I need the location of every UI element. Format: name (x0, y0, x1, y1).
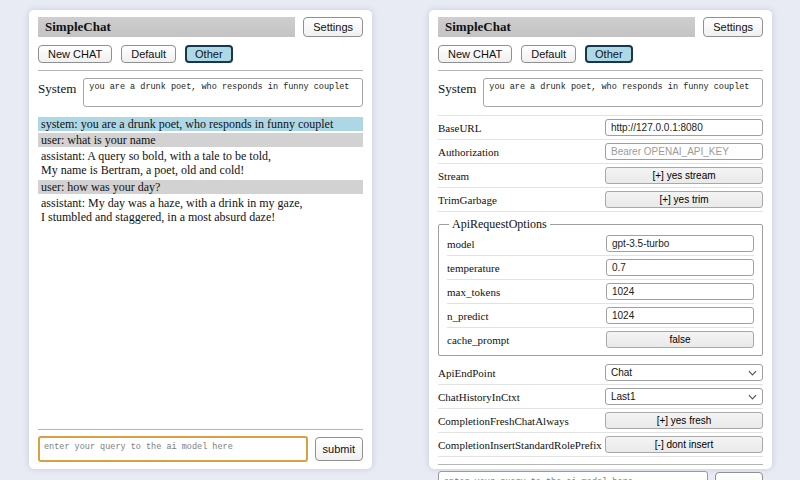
trim-garbage-toggle-button[interactable]: [+] yes trim (605, 191, 763, 208)
setting-row-cache-prompt: cache_prompt false (447, 328, 754, 351)
header-row: SimpleChat Settings (438, 17, 763, 37)
select-value: Chat (611, 367, 632, 378)
setting-row-trim-garbage: TrimGarbage [+] yes trim (438, 188, 763, 212)
cache-prompt-toggle-button[interactable]: false (606, 331, 754, 348)
system-prompt-label: System (438, 81, 476, 107)
spacer (38, 224, 363, 422)
setting-label: n_predict (447, 310, 493, 322)
submit-button[interactable]: submit (315, 437, 363, 461)
completion-insert-prefix-toggle-button[interactable]: [-] dont insert (605, 436, 763, 453)
settings-list: BaseURL Authorization Stream [+] yes str… (438, 115, 763, 457)
setting-label: TrimGarbage (438, 194, 501, 206)
setting-label: cache_prompt (447, 334, 513, 346)
settings-button[interactable]: Settings (703, 17, 763, 37)
setting-label: model (447, 238, 479, 250)
query-input[interactable] (38, 436, 308, 462)
setting-label: CompletionFreshChatAlways (438, 415, 573, 427)
setting-row-baseurl: BaseURL (438, 115, 763, 140)
chat-message-system: system: you are a drunk poet, who respon… (38, 117, 363, 131)
chat-message-assistant: assistant: A query so bold, with a tale … (38, 149, 363, 177)
chat-history-select[interactable]: Last1 (605, 388, 763, 405)
select-value: Last1 (611, 391, 635, 402)
session-button-other[interactable]: Other (185, 45, 233, 63)
max-tokens-input[interactable] (606, 283, 754, 300)
chat-message-user: user: what is your name (38, 133, 363, 147)
chat-message-user: user: how was your day? (38, 180, 363, 194)
session-button-other[interactable]: Other (585, 45, 633, 63)
setting-row-completion-prefix: CompletionInsertStandardRolePrefix [-] d… (438, 433, 763, 457)
new-chat-button[interactable]: New CHAT (438, 45, 512, 63)
setting-row-authorization: Authorization (438, 140, 763, 164)
setting-row-api-endpoint: ApiEndPoint Chat (438, 361, 763, 385)
model-input[interactable] (606, 235, 754, 252)
query-row: submit (38, 436, 363, 462)
chat-message-list: system: you are a drunk poet, who respon… (38, 117, 363, 224)
app-titlebar: SimpleChat (438, 17, 695, 37)
header-row: SimpleChat Settings (38, 17, 363, 37)
system-prompt-row: System you are a drunk poet, who respond… (438, 78, 763, 107)
setting-label: CompletionInsertStandardRolePrefix (438, 439, 605, 451)
temperature-input[interactable] (606, 259, 754, 276)
setting-label: Stream (438, 170, 473, 182)
setting-label: temperature (447, 262, 504, 274)
setting-label: BaseURL (438, 122, 485, 134)
app-title: SimpleChat (45, 19, 111, 34)
toolbar-divider (438, 70, 763, 71)
setting-row-max-tokens: max_tokens (447, 280, 754, 304)
query-divider (38, 429, 363, 430)
chat-panel: SimpleChat Settings New CHAT Default Oth… (29, 10, 372, 469)
query-row: submit (438, 471, 763, 480)
session-button-default[interactable]: Default (521, 45, 576, 63)
chevron-down-icon (748, 394, 757, 400)
query-input[interactable] (438, 471, 708, 480)
submit-button[interactable]: submit (715, 472, 763, 480)
settings-button[interactable]: Settings (303, 17, 363, 37)
setting-label: Authorization (438, 146, 503, 158)
query-divider (438, 464, 763, 465)
setting-row-chat-history: ChatHistoryInCtxt Last1 (438, 385, 763, 409)
chevron-down-icon (748, 370, 757, 376)
app-titlebar: SimpleChat (38, 17, 295, 37)
setting-row-completion-fresh: CompletionFreshChatAlways [+] yes fresh (438, 409, 763, 433)
setting-label: ApiEndPoint (438, 367, 499, 379)
setting-label: max_tokens (447, 286, 504, 298)
api-endpoint-select[interactable]: Chat (605, 364, 763, 381)
completion-fresh-toggle-button[interactable]: [+] yes fresh (605, 412, 763, 429)
app-title: SimpleChat (445, 19, 511, 34)
base-url-input[interactable] (605, 119, 763, 136)
setting-row-stream: Stream [+] yes stream (438, 164, 763, 188)
setting-row-n-predict: n_predict (447, 304, 754, 328)
api-request-options-fieldset: ApiRequestOptions model temperature max_… (438, 217, 763, 356)
setting-label: ChatHistoryInCtxt (438, 391, 524, 403)
toolbar: New CHAT Default Other (438, 45, 763, 63)
toolbar-divider (38, 70, 363, 71)
toolbar: New CHAT Default Other (38, 45, 363, 63)
authorization-input[interactable] (605, 143, 763, 160)
fieldset-legend: ApiRequestOptions (449, 217, 550, 232)
setting-row-model: model (447, 232, 754, 256)
chat-message-assistant: assistant: My day was a haze, with a dri… (38, 196, 363, 224)
settings-panel: SimpleChat Settings New CHAT Default Oth… (429, 10, 772, 469)
n-predict-input[interactable] (606, 307, 754, 324)
system-prompt-row: System you are a drunk poet, who respond… (38, 78, 363, 107)
system-prompt-input[interactable]: you are a drunk poet, who responds in fu… (483, 78, 763, 107)
setting-row-temperature: temperature (447, 256, 754, 280)
system-prompt-label: System (38, 81, 76, 107)
new-chat-button[interactable]: New CHAT (38, 45, 112, 63)
system-prompt-input[interactable]: you are a drunk poet, who responds in fu… (83, 78, 363, 107)
session-button-default[interactable]: Default (121, 45, 176, 63)
stream-toggle-button[interactable]: [+] yes stream (605, 167, 763, 184)
